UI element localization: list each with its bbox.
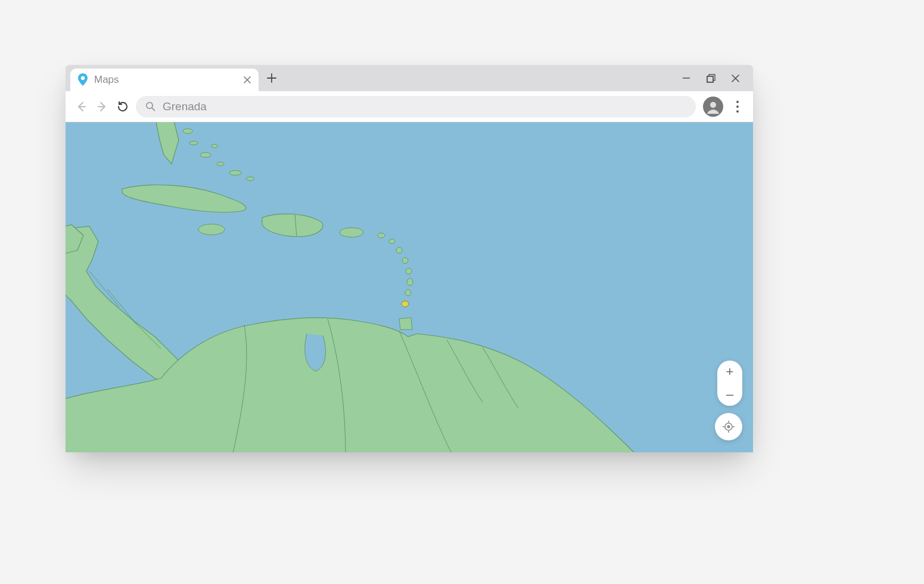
new-tab-button[interactable] (259, 65, 285, 91)
close-tab-icon[interactable] (243, 76, 251, 84)
reload-button[interactable] (117, 101, 129, 113)
svg-point-19 (189, 141, 198, 145)
minimize-icon[interactable] (682, 73, 691, 83)
svg-point-25 (183, 129, 192, 133)
svg-rect-7 (707, 76, 713, 82)
svg-point-33 (407, 278, 413, 285)
zoom-control: + – (717, 361, 742, 406)
map-viewport[interactable]: + – (66, 122, 753, 452)
svg-point-20 (200, 153, 211, 157)
address-bar[interactable] (136, 96, 696, 117)
svg-point-32 (406, 268, 412, 274)
svg-point-24 (211, 144, 217, 148)
locate-button[interactable] (715, 413, 742, 440)
search-icon (145, 101, 155, 111)
browser-window: Maps (66, 65, 753, 452)
toolbar (66, 91, 753, 122)
svg-point-34 (405, 290, 411, 296)
tab-title: Maps (94, 74, 237, 86)
close-window-icon[interactable] (731, 74, 740, 83)
svg-point-29 (389, 239, 395, 244)
menu-button[interactable] (730, 101, 745, 113)
svg-line-15 (152, 108, 155, 111)
svg-point-36 (727, 425, 730, 428)
grenada-marker (402, 301, 409, 307)
svg-point-21 (217, 162, 224, 166)
forward-button[interactable] (95, 100, 110, 114)
svg-point-17 (710, 102, 716, 108)
caribbean-map (66, 122, 753, 452)
profile-avatar[interactable] (703, 97, 723, 117)
zoom-in-button[interactable]: + (717, 361, 742, 383)
svg-point-26 (198, 224, 225, 235)
svg-point-28 (378, 233, 385, 238)
svg-point-22 (229, 170, 241, 175)
window-controls (668, 65, 753, 91)
tab-maps[interactable]: Maps (70, 69, 259, 91)
svg-point-31 (402, 257, 408, 263)
svg-point-0 (81, 76, 85, 80)
map-pin-icon (77, 73, 88, 86)
svg-point-27 (340, 228, 363, 237)
svg-point-23 (246, 177, 254, 181)
back-button[interactable] (74, 100, 88, 114)
svg-point-30 (396, 247, 402, 253)
maximize-icon[interactable] (707, 74, 715, 83)
tab-strip: Maps (66, 65, 753, 91)
search-input[interactable] (163, 100, 686, 113)
